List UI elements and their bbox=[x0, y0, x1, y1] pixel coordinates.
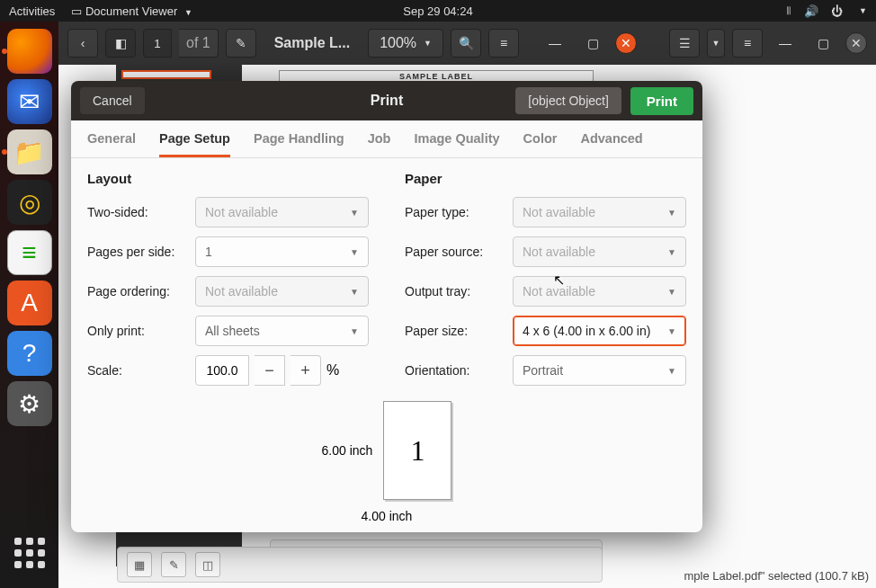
orientation-select[interactable]: Portrait▼ bbox=[513, 355, 686, 386]
paper-type-label: Paper type: bbox=[405, 205, 513, 219]
chevron-down-icon: ▼ bbox=[350, 208, 359, 218]
tab-page-handling[interactable]: Page Handling bbox=[254, 131, 344, 157]
output-tray-select: Not available▼ bbox=[513, 276, 686, 307]
clock[interactable]: Sep 29 04:24 bbox=[403, 4, 472, 18]
sidebar-toggle-button[interactable]: ◧ bbox=[105, 29, 136, 58]
paper-type-select: Not available▼ bbox=[513, 197, 686, 227]
print-button[interactable]: Print bbox=[630, 87, 693, 115]
show-apps-button[interactable] bbox=[7, 530, 52, 575]
preview-width-label: 4.00 inch bbox=[362, 509, 413, 523]
scale-input[interactable] bbox=[195, 355, 249, 386]
annotate-button[interactable]: ✎ bbox=[226, 29, 256, 58]
layout-section: Layout Two-sided: Not available▼ Pages p… bbox=[87, 171, 369, 395]
volume-icon[interactable]: 🔊 bbox=[804, 4, 818, 18]
power-icon[interactable]: ⏻ bbox=[831, 4, 843, 18]
page-preview: 6.00 inch 1 4.00 inch bbox=[71, 392, 702, 532]
menu-button[interactable]: ≡ bbox=[488, 29, 519, 58]
document-viewer-toolbar: ‹ ◧ of 1 ✎ Sample L... 100%▼ 🔍 ≡ — ▢ ✕ ☰… bbox=[58, 22, 876, 65]
search-button[interactable]: 🔍 bbox=[451, 29, 481, 58]
paper-heading: Paper bbox=[405, 171, 686, 186]
tab-color[interactable]: Color bbox=[523, 131, 558, 157]
grid-view-button[interactable]: ▦ bbox=[127, 552, 152, 577]
percent-label: % bbox=[326, 362, 339, 379]
thunderbird-icon[interactable]: ✉ bbox=[7, 79, 52, 124]
tab-image-quality[interactable]: Image Quality bbox=[414, 131, 499, 157]
zoom-select[interactable]: 100%▼ bbox=[368, 29, 443, 58]
files-icon[interactable]: 📁 bbox=[7, 129, 52, 174]
output-tray-label: Output tray: bbox=[405, 284, 513, 298]
close2-button[interactable]: ✕ bbox=[845, 32, 867, 54]
edit-button[interactable]: ✎ bbox=[161, 552, 186, 577]
status-bar: mple Label.pdf" selected (100.7 kB) bbox=[684, 569, 869, 583]
preview-button[interactable]: [object Object] bbox=[515, 87, 621, 114]
minimize2-button[interactable]: — bbox=[770, 29, 800, 58]
two-sided-label: Two-sided: bbox=[87, 205, 195, 219]
paper-section: Paper Paper type: Not available▼ Paper s… bbox=[405, 171, 686, 395]
paper-source-label: Paper source: bbox=[405, 245, 513, 259]
settings-icon[interactable]: ⚙ bbox=[7, 381, 52, 426]
menu2-button[interactable]: ≡ bbox=[732, 29, 763, 58]
tab-page-setup[interactable]: Page Setup bbox=[159, 131, 230, 157]
only-print-label: Only print: bbox=[87, 324, 195, 338]
page-ordering-select: Not available▼ bbox=[195, 276, 369, 307]
two-sided-select: Not available▼ bbox=[195, 197, 369, 227]
document-icon: ▭ bbox=[71, 4, 85, 18]
ubuntu-software-icon[interactable]: A bbox=[7, 281, 52, 325]
page-total-label: of 1 bbox=[179, 29, 219, 58]
pages-per-side-label: Pages per side: bbox=[87, 245, 195, 259]
layout-heading: Layout bbox=[87, 171, 369, 186]
back-button[interactable]: ‹ bbox=[67, 29, 98, 58]
list-button[interactable]: ☰ bbox=[669, 29, 700, 58]
only-print-select[interactable]: All sheets▼ bbox=[195, 316, 369, 346]
chevron-down-icon: ▼ bbox=[667, 287, 676, 297]
minimize-button[interactable]: — bbox=[540, 29, 570, 58]
gnome-top-bar: Activities ▭ Document Viewer ▼ Sep 29 04… bbox=[0, 0, 876, 22]
maximize-button[interactable]: ▢ bbox=[577, 29, 608, 58]
chevron-down-icon: ▼ bbox=[667, 208, 676, 218]
chevron-down-icon: ▼ bbox=[350, 326, 359, 336]
app-menu[interactable]: ▭ Document Viewer ▼ bbox=[71, 4, 192, 18]
paper-size-label: Paper size: bbox=[405, 324, 513, 338]
maximize2-button[interactable]: ▢ bbox=[808, 29, 838, 58]
document-title: Sample L... bbox=[264, 35, 361, 51]
print-dialog: Cancel Print [object Object] Print Gener… bbox=[71, 81, 702, 532]
dialog-title: Print bbox=[371, 93, 403, 109]
chevron-down-icon: ▼ bbox=[667, 326, 676, 336]
activities-button[interactable]: Activities bbox=[9, 4, 55, 18]
ubuntu-dock: ✉ 📁 ◎ ≡ A ? ⚙ bbox=[0, 22, 58, 588]
scale-label: Scale: bbox=[87, 363, 195, 378]
chevron-down-icon: ▼ bbox=[667, 247, 676, 257]
dialog-header: Cancel Print [object Object] Print bbox=[71, 81, 702, 120]
tab-job[interactable]: Job bbox=[368, 131, 391, 157]
chevron-down-icon: ▼ bbox=[859, 6, 867, 15]
chevron-down-icon: ▼ bbox=[667, 366, 676, 376]
paper-size-select[interactable]: 4 x 6 (4.00 in x 6.00 in)▼ bbox=[513, 316, 686, 346]
rhythmbox-icon[interactable]: ◎ bbox=[7, 180, 52, 225]
chevron-down-icon: ▼ bbox=[350, 287, 359, 297]
pages-per-side-select[interactable]: 1▼ bbox=[195, 236, 369, 267]
chevron-down-icon: ▼ bbox=[350, 247, 359, 257]
network-icon[interactable]: ⫴ bbox=[786, 4, 791, 18]
help-icon[interactable]: ? bbox=[7, 331, 52, 376]
scale-increase-button[interactable]: + bbox=[291, 355, 321, 386]
orientation-label: Orientation: bbox=[405, 363, 513, 378]
bottom-toolbar: ▦ ✎ ◫ bbox=[117, 547, 603, 583]
app-menu-label: Document Viewer bbox=[85, 4, 177, 18]
dialog-tabs: General Page Setup Page Handling Job Ima… bbox=[71, 120, 702, 158]
tab-general[interactable]: General bbox=[87, 131, 136, 157]
preview-page: 1 bbox=[383, 401, 451, 500]
close-button[interactable]: ✕ bbox=[615, 32, 637, 54]
paper-source-select: Not available▼ bbox=[513, 236, 686, 267]
chevron-down-icon: ▼ bbox=[184, 8, 192, 17]
dropdown-button[interactable]: ▼ bbox=[707, 29, 725, 58]
page-ordering-label: Page ordering: bbox=[87, 284, 195, 298]
firefox-icon[interactable] bbox=[7, 29, 52, 74]
libreoffice-writer-icon[interactable]: ≡ bbox=[7, 230, 52, 275]
page-thumbnail[interactable] bbox=[121, 70, 211, 79]
cancel-button[interactable]: Cancel bbox=[80, 87, 145, 114]
preview-height-label: 6.00 inch bbox=[322, 443, 373, 458]
dual-page-button[interactable]: ◫ bbox=[195, 552, 220, 577]
page-number-input[interactable] bbox=[143, 29, 172, 58]
tab-advanced[interactable]: Advanced bbox=[580, 131, 642, 157]
scale-decrease-button[interactable]: − bbox=[255, 355, 285, 386]
